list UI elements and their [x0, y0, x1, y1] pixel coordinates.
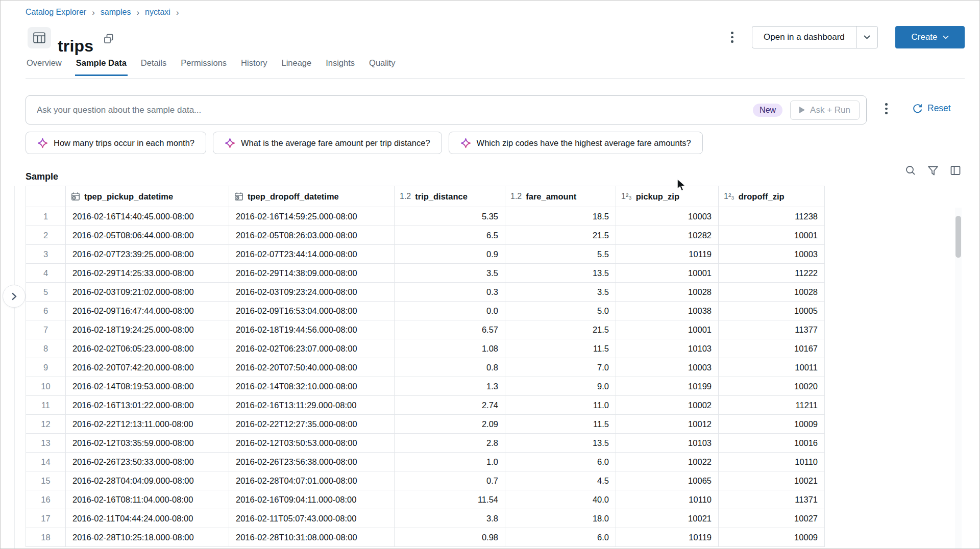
row-number: 14 [26, 453, 66, 471]
filter-icon[interactable] [926, 164, 940, 177]
cell-tpep_pickup_datetime: 2016-02-14T08:19:53.000-08:00 [66, 377, 229, 396]
cell-pickup_zip: 10021 [616, 509, 719, 528]
cell-tpep_dropoff_datetime: 2016-02-29T14:38:09.000-08:00 [229, 264, 395, 283]
scrollbar-thumb[interactable] [955, 216, 961, 258]
table-row: 132016-02-12T03:35:59.000-08:002016-02-1… [26, 434, 825, 453]
breadcrumb-link[interactable]: nyctaxi [145, 8, 170, 17]
cell-dropoff_zip: 10027 [719, 509, 825, 528]
open-in-dashboard-caret[interactable] [856, 27, 877, 48]
search-icon[interactable] [904, 164, 917, 177]
column-header-trip_distance[interactable]: 1.2trip_distance [395, 186, 505, 207]
cell-pickup_zip: 10282 [616, 226, 719, 245]
cell-pickup_zip: 10110 [616, 490, 719, 509]
breadcrumb-link[interactable]: Catalog Explorer [26, 8, 86, 17]
suggested-question-2[interactable]: What is the average fare amount per trip… [213, 132, 442, 154]
column-label: pickup_zip [636, 192, 679, 202]
row-number-header [26, 186, 66, 207]
cell-dropoff_zip: 10009 [719, 415, 825, 434]
ask-options-kebab-icon[interactable] [883, 101, 890, 116]
cell-fare_amount: 11.5 [505, 415, 616, 434]
cell-tpep_pickup_datetime: 2016-02-28T10:25:18.000-08:00 [66, 528, 229, 547]
row-number: 8 [26, 339, 66, 358]
ask-run-button[interactable]: Ask + Run [790, 101, 860, 120]
open-in-dashboard-button[interactable]: Open in a dashboard [752, 27, 856, 48]
column-header-tpep_pickup_datetime[interactable]: tpep_pickup_datetime [66, 186, 229, 207]
cell-dropoff_zip: 11377 [719, 320, 825, 339]
column-header-fare_amount[interactable]: 1.2fare_amount [505, 186, 616, 207]
kebab-menu-icon[interactable] [729, 30, 736, 45]
cell-dropoff_zip: 10016 [719, 434, 825, 453]
cell-trip_distance: 2.74 [395, 396, 505, 415]
column-header-pickup_zip[interactable]: 1²₃pickup_zip [616, 186, 719, 207]
suggested-questions: How many trips occur in each month?What … [26, 132, 703, 154]
table-row: 42016-02-29T14:25:33.000-08:002016-02-29… [26, 264, 825, 283]
ask-bar-controls: New Ask + Run [753, 101, 866, 120]
cell-trip_distance: 0.98 [395, 528, 505, 547]
reset-button[interactable]: Reset [912, 103, 951, 114]
cell-fare_amount: 9.0 [505, 377, 616, 396]
table-row: 92016-02-20T07:42:20.000-08:002016-02-20… [26, 358, 825, 377]
chevron-down-icon [943, 35, 949, 39]
tab-history[interactable]: History [240, 58, 268, 76]
cell-tpep_dropoff_datetime: 2016-02-22T12:27:35.000-08:00 [229, 415, 395, 434]
cell-tpep_dropoff_datetime: 2016-02-02T06:23:07.000-08:00 [229, 339, 395, 358]
cell-trip_distance: 1.0 [395, 453, 505, 471]
integer-type-icon: 1²₃ [724, 192, 734, 201]
chevron-right-icon: › [176, 8, 179, 17]
scrollbar-track [955, 208, 962, 549]
cell-tpep_dropoff_datetime: 2016-02-16T14:59:25.000-08:00 [229, 207, 395, 226]
row-number: 7 [26, 320, 66, 339]
cell-tpep_dropoff_datetime: 2016-02-07T23:44:14.000-08:00 [229, 245, 395, 264]
cell-dropoff_zip: 10110 [719, 453, 825, 471]
cell-fare_amount: 5.5 [505, 245, 616, 264]
tab-permissions[interactable]: Permissions [180, 58, 228, 76]
cell-trip_distance: 2.8 [395, 434, 505, 453]
cell-pickup_zip: 10065 [616, 471, 719, 490]
row-number: 3 [26, 245, 66, 264]
create-button[interactable]: Create [895, 26, 965, 48]
cell-fare_amount: 21.5 [505, 226, 616, 245]
column-header-content: tpep_dropoff_datetime [234, 192, 389, 202]
row-number: 9 [26, 358, 66, 377]
cell-trip_distance: 2.09 [395, 415, 505, 434]
tab-lineage[interactable]: Lineage [280, 58, 312, 76]
table-row: 162016-02-16T08:11:04.000-08:002016-02-1… [26, 490, 825, 509]
suggested-question-3[interactable]: Which zip codes have the highest average… [449, 132, 703, 154]
column-header-dropoff_zip[interactable]: 1²₃dropoff_zip [719, 186, 825, 207]
integer-type-icon: 1²₃ [621, 192, 632, 201]
cell-dropoff_zip: 10020 [719, 377, 825, 396]
table-row: 12016-02-16T14:40:45.000-08:002016-02-16… [26, 207, 825, 226]
ask-question-input[interactable] [26, 105, 753, 115]
copy-icon[interactable] [102, 32, 115, 45]
expand-panel-button[interactable] [3, 285, 26, 308]
row-number: 15 [26, 471, 66, 490]
table-row: 52016-02-03T09:21:02.000-08:002016-02-03… [26, 283, 825, 302]
cell-tpep_pickup_datetime: 2016-02-02T06:05:23.000-08:00 [66, 339, 229, 358]
cell-tpep_pickup_datetime: 2016-02-09T16:47:44.000-08:00 [66, 302, 229, 320]
row-number: 16 [26, 490, 66, 509]
play-icon [799, 107, 805, 113]
row-number: 5 [26, 283, 66, 302]
tab-overview[interactable]: Overview [26, 58, 63, 76]
cell-fare_amount: 4.5 [505, 471, 616, 490]
table-row: 72016-02-18T19:24:25.000-08:002016-02-18… [26, 320, 825, 339]
cell-tpep_pickup_datetime: 2016-02-07T23:39:25.000-08:00 [66, 245, 229, 264]
suggested-question-label: What is the average fare amount per trip… [241, 138, 430, 148]
cell-tpep_dropoff_datetime: 2016-02-28T04:07:01.000-08:00 [229, 471, 395, 490]
cell-tpep_pickup_datetime: 2016-02-12T03:35:59.000-08:00 [66, 434, 229, 453]
row-number: 6 [26, 302, 66, 320]
cell-tpep_dropoff_datetime: 2016-02-16T09:04:11.000-08:00 [229, 490, 395, 509]
breadcrumb-link[interactable]: samples [101, 8, 131, 17]
tab-quality[interactable]: Quality [368, 58, 396, 76]
column-header-tpep_dropoff_datetime[interactable]: tpep_dropoff_datetime [229, 186, 395, 207]
cell-tpep_pickup_datetime: 2016-02-03T09:21:02.000-08:00 [66, 283, 229, 302]
suggested-question-1[interactable]: How many trips occur in each month? [26, 132, 206, 154]
cell-pickup_zip: 10001 [616, 264, 719, 283]
tab-insights[interactable]: Insights [325, 58, 356, 76]
tab-sample-data[interactable]: Sample Data [75, 58, 128, 76]
cell-fare_amount: 18.5 [505, 207, 616, 226]
tab-details[interactable]: Details [140, 58, 167, 76]
cell-tpep_pickup_datetime: 2016-02-18T19:24:25.000-08:00 [66, 320, 229, 339]
side-panel-icon[interactable] [949, 164, 962, 177]
cell-tpep_dropoff_datetime: 2016-02-09T16:53:04.000-08:00 [229, 302, 395, 320]
